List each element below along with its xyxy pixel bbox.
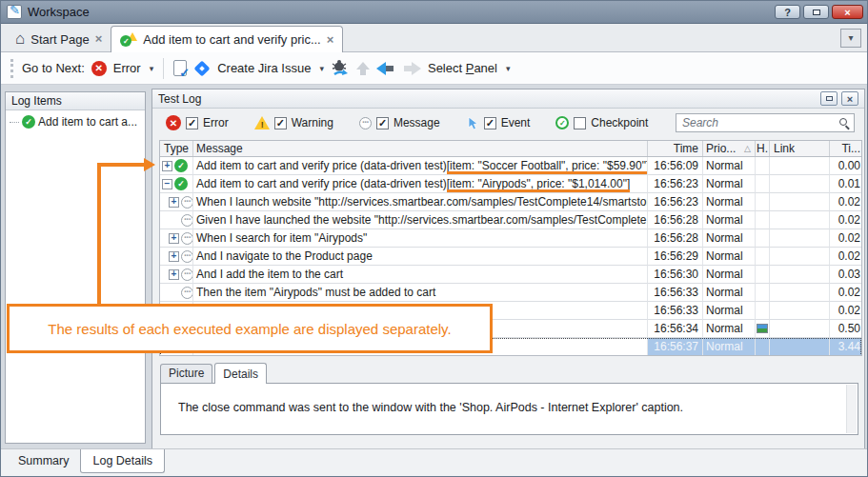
priority-cell: Normal bbox=[703, 284, 756, 302]
tab-list-dropdown[interactable]: ▾ bbox=[840, 29, 861, 48]
log-items-panel: Log Items ✓ Add item to cart a... bbox=[5, 91, 146, 444]
expand-icon[interactable]: + bbox=[169, 197, 179, 208]
report-check-icon[interactable] bbox=[173, 60, 187, 76]
go-to-next-error-button[interactable]: Error bbox=[113, 61, 141, 75]
details-scrollbar[interactable] bbox=[846, 385, 857, 433]
tab-details[interactable]: Details bbox=[214, 363, 267, 384]
has-picture-cell bbox=[756, 320, 770, 338]
success-check-icon: ✓ bbox=[22, 115, 35, 129]
duration-cell: 0.02 bbox=[830, 302, 862, 320]
select-panel-button[interactable]: Select Panel bbox=[428, 61, 497, 75]
tab-log-details[interactable]: Log Details bbox=[80, 449, 165, 473]
expand-icon[interactable]: + bbox=[169, 269, 179, 280]
link-cell bbox=[770, 320, 830, 338]
duration-cell: 0.03 bbox=[830, 266, 862, 284]
search-icon[interactable] bbox=[838, 117, 850, 129]
checkpoint-checkbox[interactable] bbox=[574, 117, 586, 129]
has-picture-cell bbox=[756, 338, 770, 356]
priority-cell: Normal bbox=[703, 320, 756, 338]
link-cell bbox=[770, 175, 830, 193]
link-cell bbox=[770, 211, 830, 229]
chevron-down-icon[interactable]: ▾ bbox=[150, 64, 154, 73]
column-header-priority[interactable]: Prio...△ bbox=[703, 141, 756, 156]
error-checkbox[interactable] bbox=[186, 117, 198, 129]
type-cell: ··· bbox=[160, 284, 193, 302]
message-text: When I launch website "http://services.s… bbox=[196, 195, 648, 209]
create-jira-issue-button[interactable]: Create Jira Issue bbox=[217, 61, 311, 75]
toolbar-grip[interactable] bbox=[10, 59, 13, 78]
duration-cell: 0.02 bbox=[830, 229, 862, 248]
document-tab-bar: ⌂ Start Page × ✓ Add item to cart and ve… bbox=[1, 24, 867, 52]
panel-restore-button[interactable] bbox=[820, 91, 838, 106]
app-icon bbox=[7, 5, 22, 19]
log-row[interactable]: +···And I add the item to the cart16:56:… bbox=[160, 266, 861, 284]
log-row[interactable]: +···When I search for item "Airypods"16:… bbox=[160, 229, 861, 248]
filter-warning[interactable]: Warning bbox=[274, 116, 333, 129]
tab-picture[interactable]: Picture bbox=[160, 364, 212, 383]
home-icon: ⌂ bbox=[15, 32, 25, 46]
column-header-message[interactable]: Message bbox=[193, 141, 648, 156]
forward-arrow-icon[interactable] bbox=[402, 62, 421, 75]
has-picture-cell bbox=[756, 157, 770, 175]
collapse-icon[interactable]: − bbox=[162, 179, 172, 189]
log-row[interactable]: ···Given I have launched the website "ht… bbox=[160, 211, 861, 229]
type-cell: −✓ bbox=[160, 175, 193, 193]
chevron-down-icon[interactable]: ▾ bbox=[506, 64, 511, 73]
log-row[interactable]: +···And I navigate to the Product page16… bbox=[160, 248, 861, 266]
time-cell: 16:56:37 bbox=[648, 338, 703, 356]
filter-checkpoint[interactable]: Checkpoint bbox=[574, 116, 648, 129]
up-arrow-icon[interactable] bbox=[356, 62, 370, 75]
panel-close-button[interactable]: × bbox=[841, 91, 858, 106]
annotation-arrowhead-icon bbox=[144, 158, 155, 171]
message-checkbox[interactable] bbox=[376, 117, 389, 129]
column-header-link[interactable]: Link bbox=[770, 141, 830, 156]
link-cell bbox=[770, 157, 830, 175]
expand-icon[interactable]: + bbox=[169, 233, 179, 244]
log-row[interactable]: +···When I launch website "http://servic… bbox=[160, 193, 861, 211]
restore-button[interactable] bbox=[803, 5, 829, 19]
expand-icon[interactable]: + bbox=[162, 161, 172, 171]
filter-event[interactable]: Event bbox=[484, 116, 531, 129]
picture-icon[interactable] bbox=[757, 324, 768, 333]
filter-error[interactable]: Error bbox=[186, 116, 229, 129]
tab-close-icon[interactable]: × bbox=[327, 35, 334, 45]
time-cell: 16:56:23 bbox=[648, 175, 703, 193]
filter-message[interactable]: Message bbox=[376, 116, 440, 129]
event-cursor-icon bbox=[466, 116, 479, 130]
duration-cell: 0.00 bbox=[830, 157, 862, 175]
log-items-header: Log Items bbox=[6, 92, 145, 110]
annotation-arrow-line bbox=[97, 163, 145, 167]
back-arrow-icon[interactable] bbox=[376, 62, 395, 75]
message-text: When I search for item "Airypods" bbox=[196, 231, 367, 245]
message-cell: Add item to cart and verify price (data-… bbox=[193, 157, 648, 175]
column-header-time[interactable]: Time bbox=[648, 141, 703, 156]
tree-connector bbox=[10, 122, 19, 123]
message-icon: ··· bbox=[359, 117, 372, 129]
log-row[interactable]: +✓Add item to cart and verify price (dat… bbox=[160, 157, 861, 175]
event-checkbox[interactable] bbox=[484, 117, 496, 129]
chevron-down-icon[interactable]: ▾ bbox=[319, 64, 324, 73]
log-items-tree-item[interactable]: ✓ Add item to cart a... bbox=[6, 110, 145, 130]
log-row[interactable]: ···Then the item "Airypods" must be adde… bbox=[160, 284, 861, 302]
column-header-type[interactable]: Type bbox=[160, 141, 193, 156]
message-text: Add item to cart and verify price (data-… bbox=[196, 159, 447, 172]
post-bug-icon[interactable] bbox=[331, 60, 350, 77]
link-cell bbox=[770, 284, 830, 302]
search-input[interactable] bbox=[676, 113, 855, 132]
close-button[interactable]: × bbox=[832, 5, 863, 19]
log-row[interactable]: −✓Add item to cart and verify price (dat… bbox=[160, 175, 861, 193]
tab-start-page[interactable]: ⌂ Start Page × bbox=[7, 27, 111, 51]
help-button[interactable]: ? bbox=[775, 5, 800, 19]
column-header-h[interactable]: H. bbox=[756, 141, 770, 156]
success-check-icon: ✓ bbox=[174, 159, 188, 172]
priority-cell: Normal bbox=[703, 302, 756, 320]
message-icon: ··· bbox=[181, 196, 193, 209]
message-icon: ··· bbox=[181, 232, 193, 245]
column-header-ti[interactable]: Ti... bbox=[830, 141, 862, 156]
checkpoint-icon: ✓ bbox=[555, 116, 569, 129]
tab-test-log[interactable]: ✓ Add item to cart and verify pric... × bbox=[111, 26, 343, 52]
tab-summary[interactable]: Summary bbox=[7, 449, 80, 472]
warning-checkbox[interactable] bbox=[274, 117, 287, 129]
expand-icon[interactable]: + bbox=[169, 251, 179, 262]
tab-close-icon[interactable]: × bbox=[95, 34, 103, 44]
